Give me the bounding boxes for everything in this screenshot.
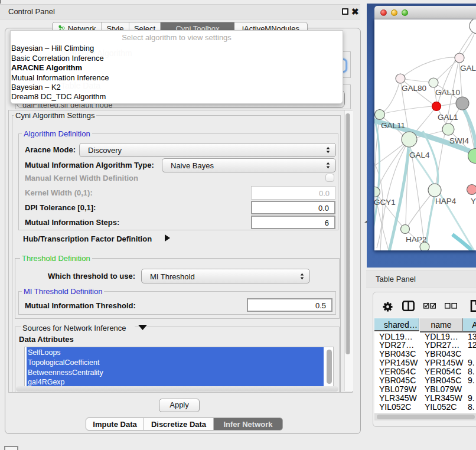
svg-text:GAL80: GAL80: [402, 84, 426, 93]
svg-text:HAP4: HAP4: [435, 197, 457, 206]
svg-text:GCY1: GCY1: [374, 198, 396, 207]
svg-text:HAP2: HAP2: [406, 235, 426, 244]
svg-text:Y: Y: [471, 197, 476, 206]
svg-text:GAL11: GAL11: [381, 121, 405, 130]
svg-text:GAL10: GAL10: [435, 88, 460, 97]
svg-text:GAL: GAL: [460, 64, 476, 73]
svg-text:GAL4: GAL4: [409, 151, 430, 159]
svg-text:SWI4: SWI4: [449, 136, 469, 145]
svg-text:GAL1: GAL1: [438, 113, 458, 122]
